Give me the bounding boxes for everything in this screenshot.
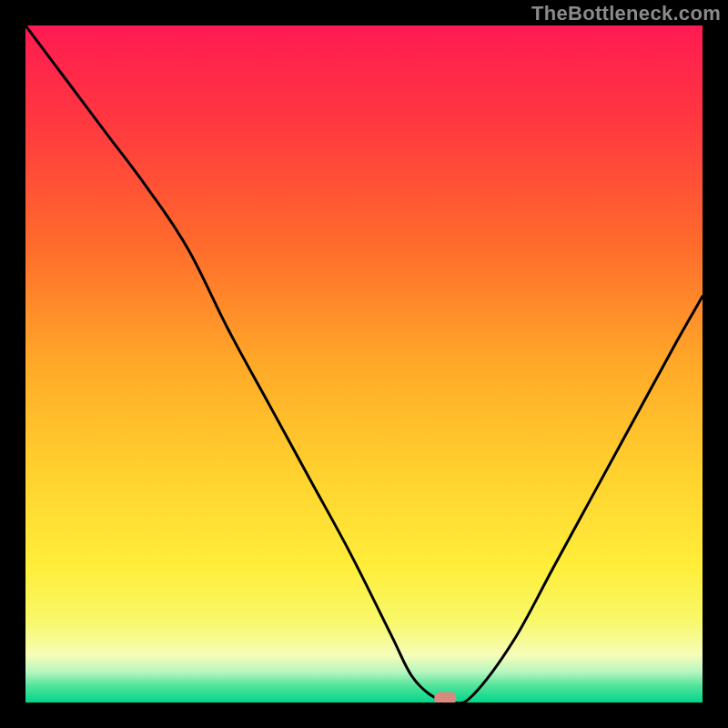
- optimal-marker: [434, 693, 456, 703]
- chart-frame: TheBottleneck.com: [0, 0, 728, 728]
- chart-svg: [25, 25, 703, 703]
- watermark-text: TheBottleneck.com: [531, 2, 721, 25]
- gradient-rect: [25, 25, 703, 703]
- plot-area: [25, 25, 703, 703]
